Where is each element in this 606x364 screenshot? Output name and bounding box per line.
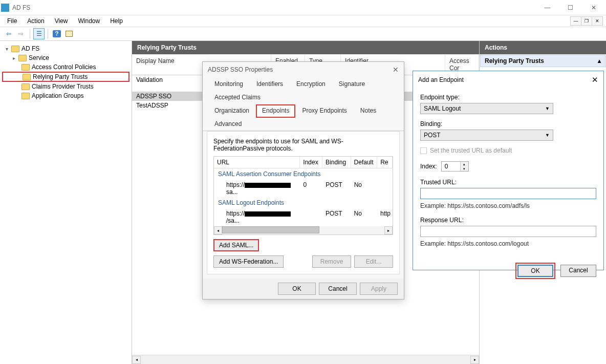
tab-encryption[interactable]: Encryption bbox=[290, 77, 332, 91]
spin-up-button[interactable]: ▴ bbox=[460, 162, 468, 166]
toolbar: ⇦ ⇨ ☰ ? bbox=[0, 27, 606, 41]
dialog-close-button[interactable]: ✕ bbox=[393, 66, 399, 74]
index-label: Index: bbox=[420, 163, 437, 170]
spin-down-button[interactable]: ▾ bbox=[460, 166, 468, 171]
tab-signature[interactable]: Signature bbox=[332, 77, 372, 91]
toolbar-forward-button[interactable]: ⇨ bbox=[15, 28, 27, 39]
select-value: SAML Logout bbox=[424, 105, 461, 112]
default-checkbox-row: Set the trusted URL as default bbox=[420, 147, 596, 154]
endpoint-binding: POST bbox=[322, 181, 351, 196]
tab-organization[interactable]: Organization bbox=[208, 104, 256, 117]
toolbar-view-button[interactable] bbox=[63, 28, 75, 39]
tab-accepted-claims[interactable]: Accepted Claims bbox=[208, 91, 267, 104]
add-saml-button[interactable]: Add SAML... bbox=[213, 239, 259, 251]
actions-header: Actions bbox=[480, 41, 606, 54]
scroll-left-button[interactable]: ◂ bbox=[214, 226, 222, 234]
col-binding[interactable]: Binding bbox=[322, 157, 351, 168]
ok-button[interactable]: OK bbox=[278, 283, 316, 295]
tree-item-application-groups[interactable]: Application Groups bbox=[2, 91, 129, 100]
arrow-left-icon: ⇦ bbox=[6, 30, 11, 37]
add-wsfed-button[interactable]: Add WS-Federation... bbox=[213, 255, 284, 268]
scroll-right-button[interactable]: ▸ bbox=[384, 226, 393, 234]
remove-button[interactable]: Remove bbox=[312, 255, 351, 268]
endpoint-row[interactable]: https:///sa... POST No http bbox=[214, 208, 393, 226]
trusted-url-input[interactable] bbox=[420, 188, 596, 199]
col-response[interactable]: Re bbox=[377, 157, 393, 168]
dialog-body: Endpoint type: SAML Logout ▼ Binding: PO… bbox=[413, 89, 603, 260]
window-maximize-button[interactable]: ☐ bbox=[559, 0, 582, 15]
toolbar-back-button[interactable]: ⇦ bbox=[3, 28, 14, 39]
dialog-close-button[interactable]: ✕ bbox=[592, 75, 598, 84]
tree-item-label: Relying Party Trusts bbox=[33, 73, 88, 80]
menu-window[interactable]: Window bbox=[74, 16, 104, 26]
help-icon: ? bbox=[53, 30, 60, 37]
folder-icon bbox=[23, 74, 31, 80]
tab-identifiers[interactable]: Identifiers bbox=[250, 77, 290, 91]
tree-item-label: Access Control Policies bbox=[32, 63, 96, 71]
mdi-controls: — ❐ ✕ bbox=[571, 16, 603, 26]
binding-select[interactable]: POST ▼ bbox=[420, 130, 553, 141]
tree-item-service[interactable]: ▸ Service bbox=[2, 53, 129, 62]
trusted-url-label: Trusted URL: bbox=[420, 179, 596, 186]
endpoint-response: http bbox=[377, 209, 393, 225]
mdi-minimize-button[interactable]: — bbox=[570, 16, 581, 26]
window-close-button[interactable]: ✕ bbox=[582, 0, 605, 15]
endpoint-type-select[interactable]: SAML Logout ▼ bbox=[420, 103, 553, 114]
folder-icon bbox=[21, 83, 30, 90]
tree-item-label: Service bbox=[29, 54, 49, 61]
select-value: POST bbox=[424, 132, 441, 139]
menu-view[interactable]: View bbox=[51, 16, 72, 26]
endpoint-binding: POST bbox=[322, 209, 351, 225]
index-spinner[interactable]: 0 ▴▾ bbox=[441, 161, 469, 172]
toolbar-separator bbox=[48, 29, 48, 38]
response-url-input[interactable] bbox=[420, 226, 596, 237]
tree-item-relying-party-trusts[interactable]: Relying Party Trusts bbox=[2, 72, 129, 82]
collapse-icon[interactable]: ▴ bbox=[598, 57, 601, 65]
mdi-close-button[interactable]: ✕ bbox=[592, 16, 603, 26]
ok-button[interactable]: OK bbox=[517, 265, 553, 277]
window-minimize-button[interactable]: — bbox=[536, 0, 559, 15]
col-index[interactable]: Index bbox=[300, 157, 322, 168]
endpoint-row[interactable]: https://sa... 0 POST No bbox=[214, 180, 393, 197]
tab-endpoints[interactable]: Endpoints bbox=[256, 104, 295, 118]
tab-notes[interactable]: Notes bbox=[354, 104, 383, 117]
actions-section-header[interactable]: Relying Party Trusts ▴ bbox=[480, 55, 605, 67]
binding-label: Binding: bbox=[420, 120, 596, 127]
tab-monitoring[interactable]: Monitoring bbox=[208, 77, 250, 91]
edit-button[interactable]: Edit... bbox=[354, 255, 393, 268]
tree-root-label: AD FS bbox=[21, 45, 39, 52]
menu-file[interactable]: File bbox=[3, 16, 21, 26]
tab-advanced[interactable]: Advanced bbox=[208, 117, 248, 131]
menu-help[interactable]: Help bbox=[106, 16, 127, 26]
endpoints-scrollbar[interactable]: ◂ ▸ bbox=[214, 226, 393, 234]
add-endpoint-dialog: Add an Endpoint ✕ Endpoint type: SAML Lo… bbox=[413, 71, 604, 270]
col-url[interactable]: URL bbox=[214, 157, 300, 168]
expand-icon[interactable]: ▸ bbox=[11, 55, 16, 61]
menu-action[interactable]: Action bbox=[23, 16, 48, 26]
horizontal-scrollbar[interactable]: ◂ ▸ bbox=[132, 355, 479, 364]
tree-item-access-control[interactable]: Access Control Policies bbox=[2, 62, 129, 72]
folder-icon bbox=[18, 55, 27, 61]
cancel-button[interactable]: Cancel bbox=[560, 265, 596, 277]
col-default[interactable]: Default bbox=[351, 157, 378, 168]
endpoint-index: 0 bbox=[300, 181, 322, 196]
window-icon bbox=[66, 31, 73, 37]
endpoint-default: No bbox=[351, 209, 377, 225]
apply-button[interactable]: Apply bbox=[360, 283, 398, 295]
cancel-button[interactable]: Cancel bbox=[319, 283, 357, 295]
tree-root[interactable]: ▾ AD FS bbox=[2, 44, 129, 53]
scroll-right-button[interactable]: ▸ bbox=[470, 356, 479, 364]
toolbar-list-button[interactable]: ☰ bbox=[33, 28, 45, 39]
folder-icon bbox=[21, 64, 30, 71]
mdi-restore-button[interactable]: ❐ bbox=[581, 16, 592, 26]
endpoints-list-header: URL Index Binding Default Re bbox=[214, 157, 393, 168]
toolbar-help-button[interactable]: ? bbox=[51, 28, 62, 39]
navigation-tree: ▾ AD FS ▸ Service Access Control Policie… bbox=[0, 41, 132, 364]
tab-proxy-endpoints[interactable]: Proxy Endpoints bbox=[295, 104, 353, 117]
expand-icon[interactable]: ▾ bbox=[4, 46, 9, 52]
scroll-left-button[interactable]: ◂ bbox=[132, 356, 141, 364]
index-value: 0 bbox=[442, 162, 460, 171]
endpoint-url: https://sa... bbox=[214, 181, 300, 196]
tree-item-claims-provider[interactable]: Claims Provider Trusts bbox=[2, 82, 129, 91]
endpoint-default: No bbox=[351, 181, 378, 196]
